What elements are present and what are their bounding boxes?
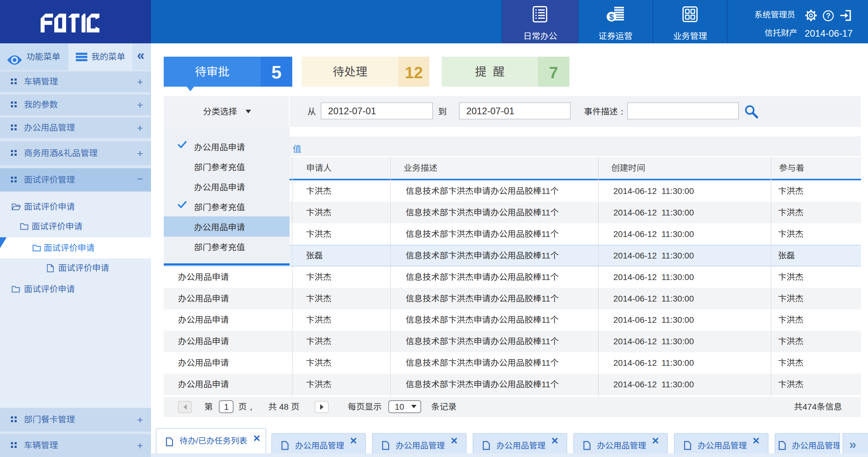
svg-text:?: ?	[826, 12, 830, 20]
svg-text:$: $	[609, 12, 614, 22]
